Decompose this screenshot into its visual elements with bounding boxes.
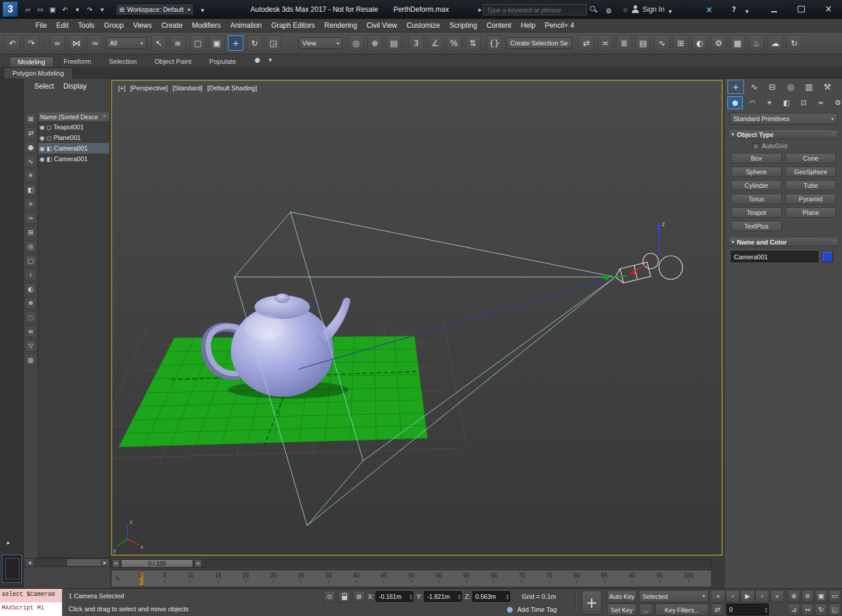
redo-icon[interactable]: ↷ [24,35,39,51]
selection-filter-dropdown[interactable]: All ▾ [106,37,146,49]
select-object-icon[interactable]: ↖ [151,35,167,51]
lock-selection-icon[interactable] [338,591,350,602]
render-last-icon[interactable]: ↻ [786,35,802,51]
maximize-viewport-icon[interactable]: ◱ [828,604,841,616]
play-icon[interactable]: ▶ [740,590,755,602]
open-file-icon[interactable]: ▭ [35,4,45,15]
isolate-selection-icon[interactable]: ⊙ [324,591,335,602]
scene-object-row[interactable]: ◉ ○ Teapot001 [38,122,109,132]
ribbon-minimize-icon[interactable]: ▾ [265,54,276,65]
select-and-manipulate-icon[interactable]: ⊕ [367,35,383,51]
auto-key-button[interactable]: Auto Key [607,590,637,602]
default-tangent-icon[interactable]: ◡ [639,604,653,616]
infocenter-x-icon[interactable]: × [704,4,714,15]
maximize-button[interactable] [791,2,811,15]
key-filters-button[interactable]: Key Filters... [655,604,709,616]
se-filter-icon[interactable]: ▽ [25,340,37,351]
menu-item[interactable]: Scripting [445,19,482,32]
sign-in-caret-icon[interactable]: ▾ [665,6,675,17]
help-icon[interactable]: ? [729,4,739,15]
search-icon[interactable] [590,6,597,14]
ribbon-tab[interactable]: Populate [201,57,243,67]
communication-center-icon[interactable]: ◍ [603,5,614,15]
visibility-eye-icon[interactable]: ◉ [40,156,45,162]
time-slider-handle[interactable]: 0 / 100 [121,559,193,568]
spinner-icon[interactable]: ▴▾ [507,594,508,599]
object-type-button[interactable]: Teapot [731,207,782,218]
select-and-move-icon[interactable]: + [228,35,243,51]
se-display-groups-icon[interactable]: ⊞ [25,226,37,238]
zoom-all-icon[interactable]: ⊚ [801,590,814,602]
orbit-icon[interactable]: ↻ [815,604,827,616]
track-bar[interactable]: ∿ 05101520253035404550556065707580859095… [111,570,712,587]
angle-snap-icon[interactable]: ∠ [427,35,443,51]
absolute-mode-icon[interactable]: ⊞ [353,591,365,602]
help-caret-icon[interactable]: ▾ [742,6,752,17]
mini-curve-editor-icon[interactable]: ∿ [115,574,120,582]
cameras-category-icon[interactable]: ◧ [779,96,794,109]
ribbon-tab[interactable]: Selection [101,57,144,67]
scene-explorer-hscrollbar[interactable]: ◀ ▶ [25,558,110,567]
scroll-right-icon[interactable]: ▶ [101,559,109,566]
viewport-background[interactable] [112,81,722,555]
menu-item[interactable]: Rendering [319,19,361,32]
se-display-materials-icon[interactable]: ◐ [25,283,37,295]
user-avatar-icon[interactable] [632,5,639,14]
menu-item[interactable]: Civil View [362,19,402,32]
se-display-hidden-icon[interactable]: ◌ [25,311,37,323]
modify-tab-icon[interactable]: ∿ [746,80,762,94]
se-sync-selection-icon[interactable]: ⇄ [25,127,37,139]
menu-item[interactable]: Create [156,19,187,32]
time-tag-icon[interactable] [507,607,513,613]
scene-object-row[interactable]: ◉ ◧ Camera001 [38,154,109,164]
viewport-3d-scene[interactable]: z z x y [112,81,722,555]
menu-item[interactable]: Modifiers [187,19,226,32]
zoom-extents-icon[interactable]: ▣ [815,590,827,602]
name-color-rollout-header[interactable]: ▾ Name and Color ∷ [728,237,839,247]
key-step-toggle-icon[interactable]: ⇄ [711,604,723,615]
keyboard-override-icon[interactable]: ▤ [386,35,402,51]
x-coordinate-field[interactable]: -0.161m ▴▾ [376,591,413,602]
y-coordinate-field[interactable]: -1.821m ▴▾ [424,591,462,602]
column-header-name[interactable]: Name (Sorted Desce [38,112,110,122]
viewport-menu-item[interactable]: [Default Shading] [207,84,257,92]
menu-item[interactable]: Views [128,19,156,32]
se-display-lights-icon[interactable]: ☀ [25,170,37,181]
use-pivot-center-icon[interactable]: ◎ [348,35,364,51]
visibility-eye-icon[interactable]: ◉ [40,124,45,131]
menu-item[interactable]: File [31,19,51,32]
scrollbar-thumb[interactable] [67,559,101,566]
curve-editor-icon[interactable]: ∿ [654,35,670,51]
se-lock-icon[interactable]: ⊠ [25,113,37,125]
layer-manager-icon[interactable]: ≣ [616,35,632,51]
listener-title-line[interactable]: MAXScript Mi [0,602,62,616]
listener-splitter[interactable] [62,589,66,616]
shapes-category-icon[interactable]: ◠ [745,96,760,109]
set-key-button[interactable]: Set Key [607,604,637,616]
menu-item[interactable]: Pencil+ 4 [540,19,579,32]
zoom-icon[interactable]: ⊕ [788,590,800,602]
visibility-eye-icon[interactable]: ◉ [40,135,45,141]
save-file-icon[interactable]: ▣ [47,4,58,15]
window-crossing-icon[interactable]: ▣ [209,35,224,51]
viewport-layout-tab[interactable] [2,555,22,583]
redo-caret-icon[interactable]: ▾ [97,4,107,15]
new-file-icon[interactable]: ▱ [22,4,33,15]
render-in-cloud-icon[interactable]: ☁ [768,35,783,51]
reference-coordinate-dropdown[interactable]: View ▾ [299,37,342,49]
menu-item[interactable]: Content [482,19,516,32]
object-name-input[interactable] [731,251,818,262]
slider-previous-icon[interactable]: < [112,559,120,568]
se-display-geometry-icon[interactable]: ● [25,141,37,153]
object-type-button[interactable]: Cylinder [731,180,782,191]
go-to-start-icon[interactable]: « [711,590,725,602]
bind-to-spacewarp-icon[interactable]: ≈ [87,35,103,51]
geometry-category-icon[interactable]: ● [727,96,743,109]
viewport[interactable]: [+][Perspective][Standard][Default Shadi… [111,80,723,556]
field-of-view-icon[interactable]: ⊿ [788,604,800,616]
object-type-button[interactable]: Sphere [731,167,782,177]
select-by-name-icon[interactable]: ≡ [170,35,185,51]
lights-category-icon[interactable]: ☀ [762,96,777,109]
utilities-tab-icon[interactable]: ⚒ [819,80,836,94]
spinner-icon[interactable]: ▴▾ [458,594,460,599]
